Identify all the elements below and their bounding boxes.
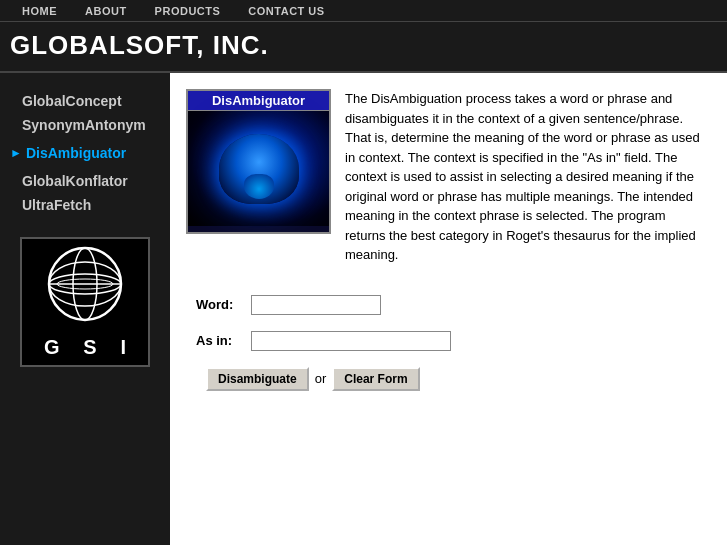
- description-text: The DisAmbiguation process takes a word …: [345, 89, 707, 265]
- brain-visual: [188, 111, 329, 226]
- gsi-g: G: [44, 336, 60, 359]
- active-arrow-icon: ►: [10, 146, 22, 160]
- word-label: Word:: [196, 297, 251, 312]
- asin-row: As in:: [196, 331, 707, 351]
- or-text: or: [315, 371, 327, 386]
- button-row: Disambiguate or Clear Form: [196, 367, 707, 391]
- gsi-s: S: [83, 336, 96, 359]
- sidebar-item-synonymantonym[interactable]: SynonymAntonym: [0, 113, 170, 137]
- top-section: DisAmbiguator The DisAmbiguation process…: [186, 89, 707, 265]
- gsi-logo: G S I: [20, 237, 150, 367]
- globe-icon: [35, 242, 135, 332]
- sidebar-item-ultrafetch[interactable]: UltraFetch: [0, 193, 170, 217]
- sidebar: GlobalConcept SynonymAntonym ► DisAmbigu…: [0, 73, 170, 545]
- brain-face: [244, 174, 274, 199]
- sidebar-item-globalconcept[interactable]: GlobalConcept: [0, 89, 170, 113]
- form-section: Word: As in: Disambiguate or Clear Form: [186, 285, 707, 391]
- sidebar-item-disambiguator[interactable]: DisAmbiguator: [24, 141, 136, 165]
- main-layout: GlobalConcept SynonymAntonym ► DisAmbigu…: [0, 73, 727, 545]
- brain-glow: [219, 134, 299, 204]
- app-title: GLOBALSOFT, INC.: [10, 30, 717, 61]
- disambiguator-image: DisAmbiguator: [186, 89, 331, 234]
- clear-form-button[interactable]: Clear Form: [332, 367, 419, 391]
- gsi-i: I: [121, 336, 127, 359]
- word-row: Word:: [196, 295, 707, 315]
- asin-input[interactable]: [251, 331, 451, 351]
- navbar: HOME ABOUT PRODUCTS CONTACT US: [0, 0, 727, 22]
- sidebar-item-disambiguator-wrapper[interactable]: ► DisAmbiguator: [0, 137, 170, 169]
- content-area: DisAmbiguator The DisAmbiguation process…: [170, 73, 727, 545]
- word-input[interactable]: [251, 295, 381, 315]
- asin-label: As in:: [196, 333, 251, 348]
- sidebar-item-globalkonflator[interactable]: GlobalKonflator: [0, 169, 170, 193]
- gsi-label: G S I: [22, 332, 148, 365]
- nav-contact[interactable]: CONTACT US: [234, 5, 338, 17]
- header: GLOBALSOFT, INC.: [0, 22, 727, 73]
- disambiguate-button[interactable]: Disambiguate: [206, 367, 309, 391]
- nav-about[interactable]: ABOUT: [71, 5, 141, 17]
- image-title: DisAmbiguator: [188, 91, 329, 111]
- nav-products[interactable]: PRODUCTS: [141, 5, 235, 17]
- nav-home[interactable]: HOME: [8, 5, 71, 17]
